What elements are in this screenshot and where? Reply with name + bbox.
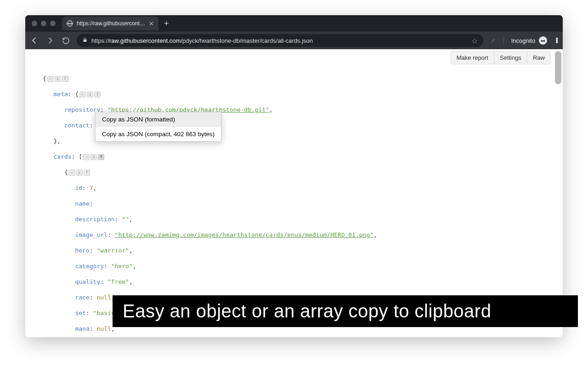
nav-bar: https://raw.githubusercontent.com/pdyck/… [25,32,563,49]
extension-icon[interactable]: ⟋ [490,37,496,44]
s-icon[interactable]: s [87,92,93,98]
reload-button[interactable] [61,36,70,45]
collapse-icon[interactable]: − [69,170,75,176]
maximize-window-dot[interactable] [50,21,56,26]
collapse-icon[interactable]: − [47,76,54,82]
scrollbar-thumb[interactable] [555,51,561,84]
collapse-icon[interactable]: − [83,154,90,160]
copy-json-compact-item[interactable]: Copy as JSON (compact, 402 863 bytes) [96,126,221,141]
s-icon[interactable]: s [90,154,97,160]
incognito-icon [539,36,547,45]
svg-rect-3 [543,41,543,41]
copy-json-formatted-item[interactable]: Copy as JSON (formatted) [96,112,221,126]
browser-tab[interactable]: https://raw.githubusercontent... ✕ [62,17,158,30]
raw-button[interactable]: Raw [527,52,550,64]
svg-rect-0 [84,40,87,42]
incognito-indicator[interactable]: Incognito [511,36,548,45]
tab-title: https://raw.githubusercontent... [77,20,145,27]
image-url-link[interactable]: "http://wow.zamimg.com/images/hearthston… [115,231,374,238]
address-bar[interactable]: https://raw.githubusercontent.com/pdyck/… [77,34,483,47]
svg-point-2 [543,40,545,42]
s-icon[interactable]: s [76,170,83,176]
browser-chrome: https://raw.githubusercontent... ✕ + htt… [25,15,563,49]
f-icon[interactable]: f [94,92,101,98]
f-icon[interactable]: f [84,170,90,176]
close-tab-icon[interactable]: ✕ [149,21,154,27]
context-menu: Copy as JSON (formatted) Copy as JSON (c… [95,112,221,142]
browser-menu-button[interactable]: ••• [554,38,558,43]
tab-strip: https://raw.githubusercontent... ✕ + [25,15,563,32]
url-text: https://raw.githubusercontent.com/pdyck/… [91,37,313,44]
settings-button[interactable]: Settings [494,52,527,64]
forward-button[interactable] [45,36,55,45]
back-button[interactable] [30,36,39,45]
incognito-label: Incognito [511,37,536,44]
window-controls[interactable] [30,21,59,26]
page-content: Make report Settings Raw {−sf meta: {−sf… [25,49,563,337]
globe-icon [67,20,73,27]
f-icon[interactable]: f [62,76,68,82]
json-viewer-toolbar: Make report Settings Raw [451,51,551,64]
svg-point-1 [541,40,543,42]
f-icon[interactable]: f [98,154,104,160]
s-icon[interactable]: s [55,76,61,82]
new-tab-button[interactable]: + [164,19,169,28]
bookmark-star-icon[interactable]: ☆ [471,36,478,45]
json-tree: {−sf meta: {−sf repository: "https://git… [25,49,563,337]
make-report-button[interactable]: Make report [451,52,494,64]
browser-window: https://raw.githubusercontent... ✕ + htt… [25,15,563,337]
close-window-dot[interactable] [32,21,37,26]
lock-icon [82,37,88,45]
minimize-window-dot[interactable] [41,21,46,26]
promo-banner: Easy an object or an array copy to clipb… [113,295,578,327]
collapse-icon[interactable]: − [79,92,86,98]
